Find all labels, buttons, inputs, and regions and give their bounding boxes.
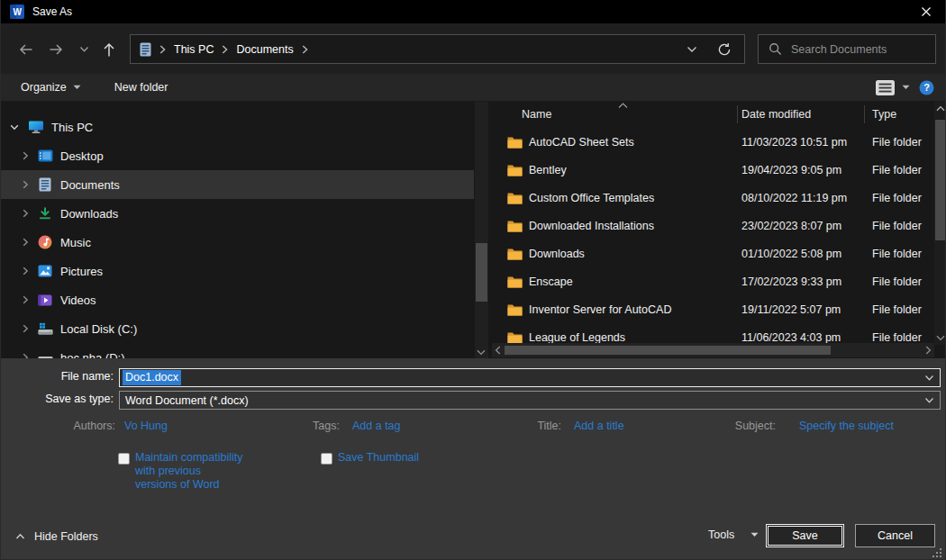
folder-icon [507,275,523,288]
sidebar-item-label: Pictures [60,265,103,278]
tree-scrollbar-thumb[interactable] [476,243,487,302]
list-scrollbar-thumb[interactable] [935,120,946,240]
save-button[interactable]: Save [766,524,844,547]
chevron-right-icon[interactable] [19,323,32,334]
scroll-down-icon[interactable] [936,335,945,341]
address-dropdown-chevron-icon[interactable] [687,46,697,53]
save-thumbnail-checkbox[interactable] [321,453,332,465]
save-as-type-select[interactable]: Word Document (*.docx) [119,391,941,410]
file-row-bentley[interactable]: Bentley19/04/2023 9:05 pmFile folder [492,156,934,184]
breadcrumb-separator-icon[interactable] [302,45,308,54]
column-label: Type [872,108,896,121]
chevron-down-icon[interactable] [8,122,21,132]
music-icon [37,235,53,249]
file-row-custom-office-templates[interactable]: Custom Office Templates08/10/2022 11:19 … [492,184,934,212]
search-input[interactable] [791,43,917,56]
documents-icon [37,177,53,192]
file-name: Downloads [529,248,585,260]
file-row-inventor-server-for-autocad[interactable]: Inventor Server for AutoCAD19/11/2022 5:… [492,295,934,323]
chevron-right-icon[interactable] [19,150,32,161]
authors-value[interactable]: Vo Hung [124,420,168,432]
chevron-right-icon[interactable] [19,352,32,358]
tree-scrollbar[interactable] [475,102,488,358]
file-name-input[interactable]: Doc1.docx [119,368,941,387]
horizontal-scrollbar-thumb[interactable] [505,346,831,355]
chevron-down-icon[interactable] [924,397,934,404]
cancel-button[interactable]: Cancel [855,524,935,547]
scroll-right-icon[interactable] [925,346,932,355]
breadcrumb[interactable]: This PC Documents [130,34,745,64]
folder-icon [507,164,523,176]
sidebar-item-label: Documents [60,178,120,192]
desktop-icon [37,149,53,162]
file-date-modified: 01/10/2022 5:08 pm [741,248,872,260]
tags-value[interactable]: Add a tag [352,420,401,432]
file-row-enscape[interactable]: Enscape17/02/2023 9:33 pmFile folder [492,267,934,295]
column-header-date-modified[interactable]: Date modified [737,102,864,126]
chevron-right-icon[interactable] [19,179,32,190]
scroll-down-icon[interactable] [477,349,486,356]
breadcrumb-item-this-pc[interactable]: This PC [174,43,214,56]
recent-locations-chevron-icon[interactable] [72,39,96,60]
navigation-bar: This PC Documents [1,23,945,74]
chevron-right-icon[interactable] [19,208,32,219]
sidebar-item-desktop[interactable]: Desktop [1,141,474,170]
search-box[interactable] [758,34,936,64]
file-row-downloaded-installations[interactable]: Downloaded Installations23/02/2023 8:07 … [492,212,934,239]
chevron-right-icon[interactable] [19,294,32,305]
breadcrumb-item-documents[interactable]: Documents [236,43,293,56]
column-divider[interactable] [864,105,865,123]
forward-button[interactable] [44,39,68,60]
sidebar-item-downloads[interactable]: Downloads [1,199,474,228]
column-label: Name [522,108,551,121]
save-thumbnail-label[interactable]: Save Thumbnail [338,451,455,465]
sidebar-item-music[interactable]: Music [1,228,474,257]
pictures-icon [37,265,53,277]
sidebar-item-local-disk-c[interactable]: Local Disk (C:) [1,314,474,343]
chevron-right-icon[interactable] [19,237,32,248]
sidebar-item-this-pc[interactable]: This PC [1,113,474,141]
sidebar-item-documents[interactable]: Documents [1,170,474,199]
change-view-button[interactable] [876,80,910,95]
subject-value[interactable]: Specify the subject [799,420,894,432]
up-button[interactable] [97,39,121,60]
chevron-down-icon[interactable] [924,375,934,382]
svg-text:?: ? [923,82,930,93]
title-value[interactable]: Add a title [574,420,624,432]
sidebar-item-pictures[interactable]: Pictures [1,257,474,285]
command-toolbar: Organize New folder ? [1,74,945,102]
column-label: Date modified [741,108,811,121]
tools-button[interactable]: Tools [708,528,759,541]
column-header-type[interactable]: Type [864,102,934,126]
file-row-autocad-sheet-sets[interactable]: AutoCAD Sheet Sets11/03/2023 10:51 pmFil… [492,128,934,156]
hide-folders-button[interactable]: Hide Folders [15,530,98,543]
resize-grip[interactable] [932,548,942,558]
scroll-left-icon[interactable] [495,346,501,355]
maintain-compatibility-label[interactable]: Maintain compatibility with previous ver… [135,451,243,492]
back-button[interactable] [14,39,37,60]
tools-label: Tools [708,528,734,541]
sidebar-item-label: Downloads [60,207,118,221]
column-divider[interactable] [737,105,738,123]
organize-label: Organize [21,81,67,94]
organize-button[interactable]: Organize [21,81,81,94]
scroll-up-icon[interactable] [936,105,945,112]
sidebar-item-videos[interactable]: Videos [1,285,474,314]
column-header-name[interactable]: Name [492,102,737,126]
file-name: Custom Office Templates [529,192,654,204]
folder-icon [507,136,523,149]
maintain-compatibility-checkbox[interactable] [118,453,130,465]
file-row-downloads[interactable]: Downloads01/10/2022 5:08 pmFile folder [492,239,934,267]
list-vertical-scrollbar[interactable] [934,102,946,345]
new-folder-button[interactable]: New folder [114,81,168,94]
hide-folders-label: Hide Folders [34,530,98,543]
breadcrumb-separator-icon[interactable] [222,45,228,54]
list-horizontal-scrollbar[interactable] [492,343,934,357]
close-icon[interactable] [907,0,945,23]
sidebar-item-hoc-nha-d[interactable]: hoc nha (D:) [1,343,474,358]
help-icon[interactable]: ? [919,80,934,95]
window-title: Save As [32,5,72,18]
file-date-modified: 23/02/2023 8:07 pm [741,220,872,232]
refresh-icon[interactable] [717,42,732,57]
chevron-right-icon[interactable] [19,266,32,276]
